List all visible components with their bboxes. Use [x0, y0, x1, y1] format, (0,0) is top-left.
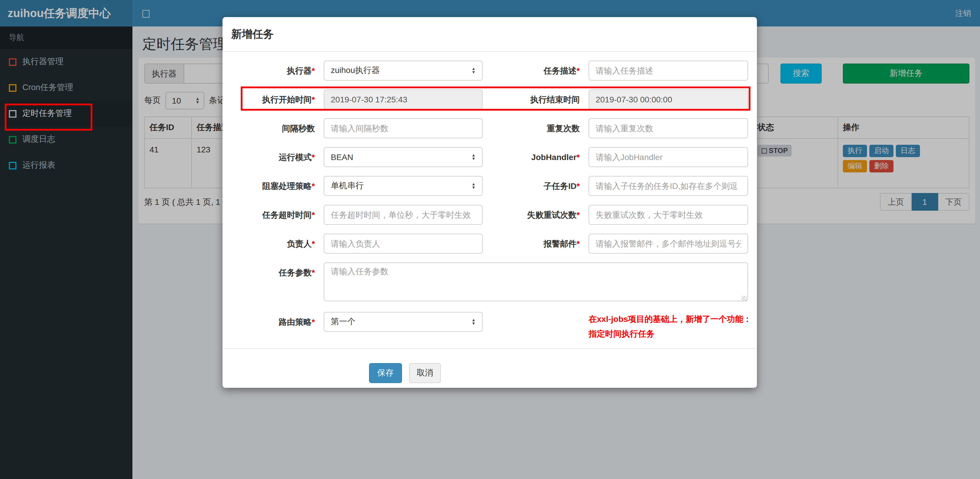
- modal-field-label: 负责人*: [231, 234, 324, 254]
- modal-select-4-0[interactable]: 单机串行▲▼: [324, 176, 483, 196]
- modal-title: 新增任务: [231, 27, 748, 42]
- modal-field-label: 子任务ID*: [483, 176, 589, 196]
- note-line-2: 指定时间执行任务: [589, 326, 748, 341]
- field-label-text: 执行器: [287, 66, 312, 75]
- field-label-text: JobHandler: [531, 153, 576, 162]
- field-label-text: 执行结束时间: [530, 95, 580, 104]
- select-arrows-icon: ▲▼: [471, 67, 476, 74]
- modal-field-label: 任务参数*: [231, 263, 324, 303]
- select-value: 单机串行: [331, 181, 364, 191]
- modal-input-0-1[interactable]: [589, 60, 748, 81]
- field-label-text: 重复次数: [547, 124, 580, 133]
- modal-input-3-1[interactable]: [589, 147, 748, 167]
- select-arrows-icon: ▲▼: [471, 182, 476, 189]
- required-asterisk: *: [312, 317, 315, 326]
- modal-input-4-1[interactable]: [589, 176, 748, 196]
- note-line-1: 在xxl-jobs项目的基础上，新增了一个功能：: [589, 312, 748, 326]
- required-asterisk: *: [312, 210, 315, 220]
- save-button[interactable]: 保存: [369, 363, 402, 383]
- required-asterisk: *: [312, 95, 315, 104]
- field-label-text: 运行模式: [279, 153, 312, 162]
- field-label-text: 路由策略: [279, 317, 312, 326]
- select-value: BEAN: [331, 153, 353, 162]
- required-asterisk: *: [576, 210, 580, 220]
- required-asterisk: *: [576, 66, 580, 75]
- add-job-modal: 新增任务 执行器*zuihou执行器▲▼任务描述*执行开始时间*执行结束时间间隔…: [223, 17, 757, 388]
- modal-field-label: 执行器*: [231, 60, 324, 81]
- modal-field-label: 间隔秒数: [231, 118, 324, 138]
- modal-input-6-0[interactable]: [324, 234, 483, 254]
- field-label-text: 执行开始时间: [262, 95, 312, 104]
- job-params-textarea[interactable]: [324, 263, 748, 301]
- field-label-text: 任务描述: [544, 66, 576, 75]
- required-asterisk: *: [312, 239, 315, 248]
- modal-field-label: 失败重试次数*: [483, 205, 589, 225]
- modal-field-label: 执行开始时间*: [231, 89, 324, 110]
- modal-field-label: JobHandler*: [483, 147, 589, 167]
- field-label-text: 任务超时时间: [262, 210, 312, 220]
- modal-input-1-0[interactable]: [324, 89, 483, 110]
- modal-form: 执行器*zuihou执行器▲▼任务描述*执行开始时间*执行结束时间间隔秒数重复次…: [223, 52, 757, 349]
- field-label-text: 间隔秒数: [282, 124, 315, 133]
- field-label-text: 阻塞处理策略: [262, 181, 312, 191]
- field-label-text: 失败重试次数: [527, 210, 576, 220]
- modal-select-8-0[interactable]: 第一个▲▼: [324, 312, 483, 332]
- field-label-text: 子任务ID: [544, 181, 576, 191]
- field-label-text: 任务参数: [279, 268, 312, 277]
- select-arrows-icon: ▲▼: [471, 154, 476, 161]
- modal-field-label: 报警邮件*: [483, 234, 589, 254]
- app-root: zuihou任务调度中心 注销 导航 执行器管理Cron任务管理定时任务管理调度…: [0, 0, 980, 479]
- textarea-wrapper: [324, 263, 748, 303]
- modal-input-2-0[interactable]: [324, 118, 483, 138]
- modal-field-label: 任务描述*: [483, 60, 589, 81]
- select-value: 第一个: [331, 317, 355, 327]
- modal-input-5-1[interactable]: [589, 205, 748, 225]
- modal-field-label: 重复次数: [483, 118, 589, 138]
- select-value: zuihou执行器: [331, 65, 380, 76]
- modal-field-label: 运行模式*: [231, 147, 324, 167]
- field-label-text: 报警邮件: [544, 239, 576, 248]
- required-asterisk: *: [312, 153, 315, 162]
- required-asterisk: *: [312, 181, 315, 191]
- field-label-text: 负责人: [287, 239, 312, 248]
- select-arrows-icon: ▲▼: [471, 318, 476, 325]
- required-asterisk: *: [576, 153, 580, 162]
- modal-footer: 保存 取消: [223, 349, 757, 399]
- required-asterisk: *: [312, 268, 315, 277]
- modal-field-label: 阻塞处理策略*: [231, 176, 324, 196]
- modal-input-1-1[interactable]: [589, 89, 748, 110]
- modal-field-label: 路由策略*: [231, 312, 324, 341]
- cancel-button[interactable]: 取消: [409, 363, 441, 383]
- modal-select-3-0[interactable]: BEAN▲▼: [324, 147, 483, 167]
- spacer: [483, 312, 589, 341]
- modal-header: 新增任务: [223, 17, 757, 52]
- red-annotation-note: 在xxl-jobs项目的基础上，新增了一个功能：指定时间执行任务: [589, 312, 748, 341]
- required-asterisk: *: [576, 239, 580, 248]
- modal-input-2-1[interactable]: [589, 118, 748, 138]
- required-asterisk: *: [312, 66, 315, 75]
- modal-field-label: 任务超时时间*: [231, 205, 324, 225]
- modal-field-label: 执行结束时间: [483, 89, 589, 110]
- modal-input-6-1[interactable]: [589, 234, 748, 254]
- modal-select-0-0[interactable]: zuihou执行器▲▼: [324, 60, 483, 81]
- modal-input-5-0[interactable]: [324, 205, 483, 225]
- required-asterisk: *: [576, 181, 580, 191]
